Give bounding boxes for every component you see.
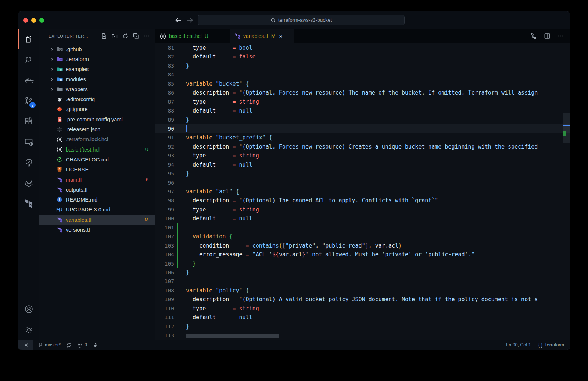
sync-status[interactable] xyxy=(66,342,72,348)
tab-variables-tf[interactable]: variables.tf M × xyxy=(230,29,294,43)
file-row-.terraform.lock.hcl[interactable]: .terraform.lock.hcl xyxy=(39,135,155,145)
file-label: CHANGELOG.md xyxy=(66,157,109,163)
line-content: variable "bucket_prefix" { xyxy=(186,133,272,142)
file-label: wrappers xyxy=(66,86,88,92)
language-mode[interactable]: { } Terraform xyxy=(538,342,564,348)
chevron-right-icon[interactable] xyxy=(49,77,56,82)
gitlab-icon[interactable] xyxy=(18,173,39,193)
settings-gear-icon[interactable] xyxy=(18,319,39,340)
compare-changes-icon[interactable] xyxy=(530,33,537,39)
code-editor[interactable]: 81 type = bool82 default = false83}8485v… xyxy=(155,43,570,340)
git-added-gutter-marker xyxy=(177,241,178,250)
forward-button[interactable] xyxy=(186,16,194,24)
terraform-sidebar-icon[interactable] xyxy=(18,193,39,214)
file-row-.releaserc.json[interactable]: .releaserc.json xyxy=(39,124,155,134)
file-row-main.tf[interactable]: main.tf6 xyxy=(39,175,155,185)
indent-guide xyxy=(187,223,187,232)
release-icon xyxy=(56,127,63,133)
file-row-examples[interactable]: examples xyxy=(39,64,155,74)
new-file-icon[interactable] xyxy=(101,33,107,39)
close-window-button[interactable] xyxy=(23,18,28,23)
extensions-icon[interactable] xyxy=(18,111,39,132)
remote-explorer-icon[interactable] xyxy=(18,132,39,152)
file-row-.editorconfig[interactable]: .editorconfig xyxy=(39,94,155,104)
close-tab-icon[interactable]: × xyxy=(279,33,282,39)
search-sidebar-icon[interactable] xyxy=(18,49,39,70)
file-row-LICENSE[interactable]: LICENSE xyxy=(39,165,155,175)
minimize-window-button[interactable] xyxy=(31,18,36,23)
file-label: .pre-commit-config.yaml xyxy=(66,117,123,122)
testing-tree-icon[interactable] xyxy=(18,152,39,173)
file-row-CHANGELOG.md[interactable]: CHANGELOG.md xyxy=(39,154,155,164)
remote-indicator[interactable] xyxy=(18,340,33,350)
search-value: terraform-aws-s3-bucket xyxy=(278,17,332,23)
explorer-icon[interactable] xyxy=(18,29,39,49)
file-label: outputs.tf xyxy=(66,187,88,193)
refresh-icon[interactable] xyxy=(122,33,128,39)
line-number: 113 xyxy=(155,331,174,340)
code-line-99: 99 type = string xyxy=(155,205,570,214)
file-row-basic.tftest.hcl[interactable]: basic.tftest.hclU xyxy=(39,145,155,154)
line-number: 87 xyxy=(155,97,174,106)
file-row-wrappers[interactable]: wrappers xyxy=(39,84,155,94)
back-button[interactable] xyxy=(174,16,182,24)
line-content: } xyxy=(186,259,196,268)
docker-icon[interactable] xyxy=(18,70,39,90)
ports-status[interactable]: 0 xyxy=(77,342,87,348)
tab-basic-tftest[interactable]: basic.tftest.hcl U xyxy=(155,29,230,43)
tab-label: variables.tf xyxy=(243,33,268,39)
file-row-UPGRADE-3.0.md[interactable]: UPGRADE-3.0.md xyxy=(39,205,155,215)
command-center-search[interactable]: terraform-aws-s3-bucket xyxy=(198,15,405,25)
chevron-right-icon[interactable] xyxy=(49,47,56,52)
file-row-variables.tf[interactable]: variables.tfM xyxy=(39,215,155,225)
file-label: UPGRADE-3.0.md xyxy=(66,207,110,213)
new-folder-icon[interactable] xyxy=(112,33,118,39)
more-actions-icon[interactable] xyxy=(144,33,150,39)
file-label: versions.tf xyxy=(66,227,90,233)
line-number: 110 xyxy=(155,304,174,313)
file-row-.github[interactable]: .github xyxy=(39,44,155,54)
changelog-icon xyxy=(56,156,63,163)
tab-label: basic.tftest.hcl xyxy=(169,33,202,39)
file-label: .editorconfig xyxy=(66,96,95,102)
file-row-.gitignore[interactable]: .gitignore xyxy=(39,104,155,114)
file-label: variables.tf xyxy=(66,217,92,223)
tab-bar: basic.tftest.hcl U variables.tf M × xyxy=(155,29,570,43)
line-number: 93 xyxy=(155,151,174,160)
code-line-109: 109 description = "(Optional) A valid bu… xyxy=(155,295,570,304)
line-content: description = "(Optional) A valid bucket… xyxy=(186,295,538,304)
spark-icon xyxy=(93,342,98,348)
branch-status[interactable]: master* xyxy=(38,342,61,348)
line-number: 94 xyxy=(155,160,174,169)
file-row-modules[interactable]: modules xyxy=(39,74,155,84)
horizontal-scrollbar[interactable] xyxy=(186,334,279,338)
line-number: 96 xyxy=(155,178,174,187)
line-content: type = string xyxy=(186,151,259,160)
file-row-.terraform[interactable]: .terraform xyxy=(39,54,155,64)
git-status-badge: 6 xyxy=(146,177,148,182)
line-number: 104 xyxy=(155,250,174,259)
chevron-right-icon[interactable] xyxy=(49,57,56,62)
line-content: type = string xyxy=(186,97,259,106)
line-content: } xyxy=(186,169,189,178)
chevron-right-icon[interactable] xyxy=(49,67,56,72)
chevron-right-icon[interactable] xyxy=(49,87,56,92)
source-control-icon[interactable]: 2 xyxy=(18,90,39,111)
vertical-scrollbar[interactable] xyxy=(563,113,570,143)
cursor-position[interactable]: Ln 90, Col 1 xyxy=(506,342,531,348)
file-row-outputs.tf[interactable]: outputs.tf xyxy=(39,185,155,195)
split-editor-icon[interactable] xyxy=(544,33,551,39)
maximize-window-button[interactable] xyxy=(39,18,44,23)
file-row-.pre-commit-config.yaml[interactable]: .pre-commit-config.yaml xyxy=(39,114,155,124)
collapse-folders-icon[interactable] xyxy=(133,33,139,39)
line-number: 89 xyxy=(155,115,174,124)
file-label: .gitignore xyxy=(66,106,88,112)
file-row-README.md[interactable]: README.md xyxy=(39,195,155,204)
line-number: 86 xyxy=(155,88,174,97)
branch-icon xyxy=(38,342,43,348)
editor-more-actions-icon[interactable] xyxy=(557,33,563,39)
file-row-versions.tf[interactable]: versions.tf xyxy=(39,225,155,235)
code-line-102: 102 validation { xyxy=(155,232,570,241)
account-icon[interactable] xyxy=(18,299,39,319)
extension-status[interactable] xyxy=(93,342,98,348)
